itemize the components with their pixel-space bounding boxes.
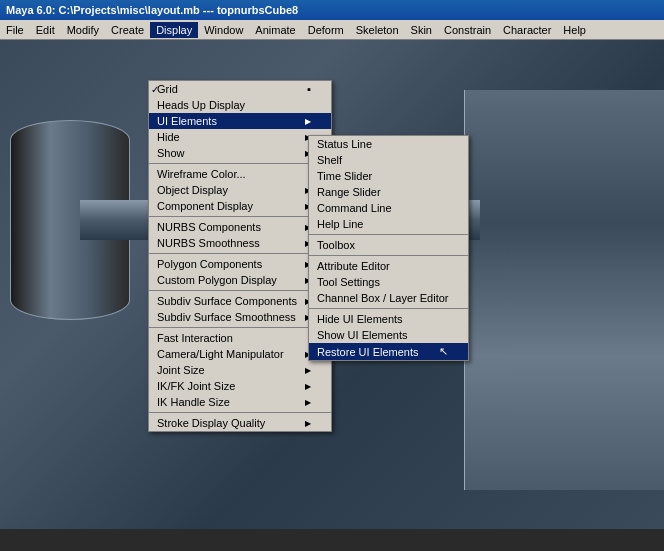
- hud-label: Heads Up Display: [157, 99, 245, 111]
- menu-object-display[interactable]: Object Display: [149, 182, 331, 198]
- submenu-hide-ui[interactable]: Hide UI Elements: [309, 311, 468, 327]
- separator-3: [149, 253, 331, 254]
- cam-light-label: Camera/Light Manipulator: [157, 348, 284, 360]
- wireframe-label: Wireframe Color...: [157, 168, 246, 180]
- submenu-help-line[interactable]: Help Line: [309, 216, 468, 232]
- grid-label: Grid: [157, 83, 178, 95]
- menu-grid[interactable]: Grid ▪: [149, 81, 331, 97]
- menu-skeleton[interactable]: Skeleton: [350, 22, 405, 38]
- separator-6: [149, 412, 331, 413]
- submenu-range-slider[interactable]: Range Slider: [309, 184, 468, 200]
- ikfk-label: IK/FK Joint Size: [157, 380, 235, 392]
- range-slider-label: Range Slider: [317, 186, 381, 198]
- attr-editor-label: Attribute Editor: [317, 260, 390, 272]
- ik-handle-label: IK Handle Size: [157, 396, 230, 408]
- ui-elements-submenu: Status Line Shelf Time Slider Range Slid…: [308, 135, 469, 361]
- menu-deform[interactable]: Deform: [302, 22, 350, 38]
- menu-skin[interactable]: Skin: [405, 22, 438, 38]
- toolbox-label: Toolbox: [317, 239, 355, 251]
- menu-help[interactable]: Help: [557, 22, 592, 38]
- submenu-command-line[interactable]: Command Line: [309, 200, 468, 216]
- menu-animate[interactable]: Animate: [249, 22, 301, 38]
- ui-sep-1: [309, 234, 468, 235]
- subdiv-smooth-label: Subdiv Surface Smoothness: [157, 311, 296, 323]
- ui-sep-3: [309, 308, 468, 309]
- menu-bar: File Edit Modify Create Display Window A…: [0, 20, 664, 40]
- shelf-label: Shelf: [317, 154, 342, 166]
- menu-camera-light[interactable]: Camera/Light Manipulator: [149, 346, 331, 362]
- menu-display[interactable]: Display: [150, 22, 198, 38]
- menu-hide[interactable]: Hide: [149, 129, 331, 145]
- separator-2: [149, 216, 331, 217]
- hide-ui-label: Hide UI Elements: [317, 313, 403, 325]
- submenu-toolbox[interactable]: Toolbox: [309, 237, 468, 253]
- time-slider-label: Time Slider: [317, 170, 372, 182]
- poly-comp-label: Polygon Components: [157, 258, 262, 270]
- menu-create[interactable]: Create: [105, 22, 150, 38]
- subdiv-comp-label: Subdiv Surface Components: [157, 295, 297, 307]
- menu-subdiv-smoothness[interactable]: Subdiv Surface Smoothness: [149, 309, 331, 325]
- show-ui-label: Show UI Elements: [317, 329, 407, 341]
- submenu-time-slider[interactable]: Time Slider: [309, 168, 468, 184]
- menu-character[interactable]: Character: [497, 22, 557, 38]
- tool-settings-label: Tool Settings: [317, 276, 380, 288]
- object-display-label: Object Display: [157, 184, 228, 196]
- submenu-show-ui[interactable]: Show UI Elements: [309, 327, 468, 343]
- menu-window[interactable]: Window: [198, 22, 249, 38]
- nurbs-smooth-label: NURBS Smoothness: [157, 237, 260, 249]
- display-dropdown: Grid ▪ Heads Up Display UI Elements Hide…: [148, 80, 332, 432]
- separator-1: [149, 163, 331, 164]
- help-line-label: Help Line: [317, 218, 363, 230]
- menu-joint-size[interactable]: Joint Size: [149, 362, 331, 378]
- hide-label: Hide: [157, 131, 180, 143]
- menu-custom-polygon[interactable]: Custom Polygon Display: [149, 272, 331, 288]
- menu-fast-interaction[interactable]: Fast Interaction: [149, 330, 331, 346]
- menu-subdiv-components[interactable]: Subdiv Surface Components: [149, 293, 331, 309]
- menu-stroke-quality[interactable]: Stroke Display Quality: [149, 415, 331, 431]
- custom-poly-label: Custom Polygon Display: [157, 274, 277, 286]
- submenu-tool-settings[interactable]: Tool Settings: [309, 274, 468, 290]
- menu-ik-handle-size[interactable]: IK Handle Size: [149, 394, 331, 410]
- submenu-attribute-editor[interactable]: Attribute Editor: [309, 258, 468, 274]
- menu-ikfk-joint-size[interactable]: IK/FK Joint Size: [149, 378, 331, 394]
- ui-elements-label: UI Elements: [157, 115, 217, 127]
- menu-edit[interactable]: Edit: [30, 22, 61, 38]
- joint-size-label: Joint Size: [157, 364, 205, 376]
- menu-show[interactable]: Show: [149, 145, 331, 161]
- cursor-icon: ↖: [439, 345, 448, 358]
- menu-constrain[interactable]: Constrain: [438, 22, 497, 38]
- restore-ui-label: Restore UI Elements: [317, 346, 418, 358]
- menu-component-display[interactable]: Component Display: [149, 198, 331, 214]
- ui-sep-2: [309, 255, 468, 256]
- fast-int-label: Fast Interaction: [157, 332, 233, 344]
- title-text: Maya 6.0: C:\Projects\misc\layout.mb ---…: [6, 4, 298, 16]
- command-line-label: Command Line: [317, 202, 392, 214]
- status-line-label: Status Line: [317, 138, 372, 150]
- grid-check-icon: ▪: [307, 83, 311, 95]
- channel-box-label: Channel Box / Layer Editor: [317, 292, 448, 304]
- stroke-label: Stroke Display Quality: [157, 417, 265, 429]
- separator-4: [149, 290, 331, 291]
- menu-polygon-components[interactable]: Polygon Components: [149, 256, 331, 272]
- menu-modify[interactable]: Modify: [61, 22, 105, 38]
- submenu-channel-box[interactable]: Channel Box / Layer Editor: [309, 290, 468, 306]
- submenu-restore-ui[interactable]: Restore UI Elements ↖: [309, 343, 468, 360]
- submenu-status-line[interactable]: Status Line: [309, 136, 468, 152]
- menu-nurbs-smoothness[interactable]: NURBS Smoothness: [149, 235, 331, 251]
- menu-nurbs-components[interactable]: NURBS Components: [149, 219, 331, 235]
- menu-heads-up-display[interactable]: Heads Up Display: [149, 97, 331, 113]
- nurbs-comp-label: NURBS Components: [157, 221, 261, 233]
- show-label: Show: [157, 147, 185, 159]
- 3d-cylinder-right: [464, 90, 664, 490]
- title-bar: Maya 6.0: C:\Projects\misc\layout.mb ---…: [0, 0, 664, 20]
- main-viewport: View Shading Lighting Sh... Grid ▪ Heads…: [0, 40, 664, 529]
- separator-5: [149, 327, 331, 328]
- menu-wireframe-color[interactable]: Wireframe Color...: [149, 166, 331, 182]
- component-display-label: Component Display: [157, 200, 253, 212]
- menu-file[interactable]: File: [0, 22, 30, 38]
- menu-ui-elements[interactable]: UI Elements: [149, 113, 331, 129]
- submenu-shelf[interactable]: Shelf: [309, 152, 468, 168]
